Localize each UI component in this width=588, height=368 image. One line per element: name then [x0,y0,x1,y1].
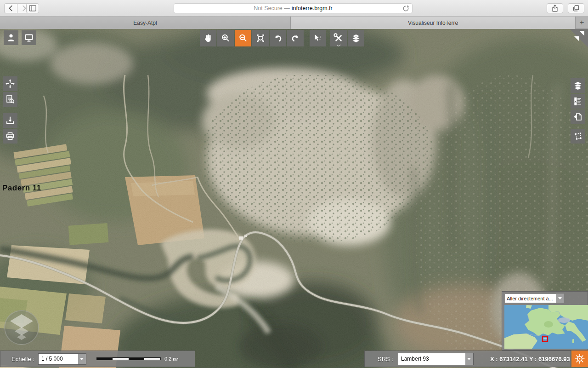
tools-button[interactable] [330,30,347,46]
map-viewport: Padern 11 i [0,29,588,368]
layers-icon [351,33,361,43]
add-data-button[interactable] [571,109,585,124]
sidebar-icon [28,4,37,12]
select-polygon-button[interactable] [571,129,585,144]
display-button[interactable] [22,30,36,45]
hand-icon [203,33,213,43]
browser-toolbar: Not Secure — infoterre.brgm.fr [0,0,588,17]
tab-visualiseur-infoterre[interactable]: Visualiseur InfoTerre [291,17,576,29]
legend-button[interactable] [571,94,585,109]
scale-select[interactable]: 1 / 5 000 [38,353,86,365]
layers-icon [573,80,583,91]
address-host: infoterre.brgm.fr [292,5,333,12]
pan-tool-button[interactable] [200,30,216,46]
zoom-out-button[interactable] [235,30,251,46]
feature-info-button[interactable]: i [310,30,326,46]
chevron-down-icon [337,45,341,46]
geoportail-watermark [4,310,39,345]
tab-bar: Easy-Atpl Visualiseur InfoTerre + [0,17,588,29]
undo-button[interactable] [270,30,286,46]
move-button[interactable] [3,76,17,91]
zoom-in-icon [220,33,231,43]
collapse-toolbars-button[interactable] [570,29,588,47]
scale-distance-label: 0.2 км [164,356,179,362]
scale-label: Echelle : [11,356,34,362]
printer-icon [5,131,15,141]
new-tab-button[interactable]: + [576,17,588,29]
reload-button[interactable] [401,5,410,14]
layered-globe-icon [8,313,35,342]
tab-label: Visualiseur InfoTerre [408,20,458,26]
compass-button[interactable] [571,351,588,367]
chevron-down-icon[interactable] [464,353,473,365]
back-icon [7,4,15,12]
sidebar-button[interactable] [26,3,39,13]
add-document-icon [573,112,583,122]
zoom-in-button[interactable] [217,30,234,46]
zoom-extent-icon [255,33,266,43]
map-canvas[interactable] [0,29,588,368]
zoom-extent-button[interactable] [252,30,269,46]
user-button[interactable] [4,30,18,45]
tabs-overview-button[interactable] [568,3,584,13]
reload-icon [401,5,410,13]
back-button[interactable] [4,3,17,13]
helm-compass-icon [574,353,585,364]
tab-label: Easy-Atpl [133,20,157,26]
browser-window: Not Secure — infoterre.brgm.fr Easy-Atpl… [0,0,588,368]
info-cursor-icon: i [313,33,323,43]
user-icon [6,33,16,43]
scale-bar [96,357,161,360]
download-button[interactable] [3,113,17,128]
svg-text:i: i [319,34,321,41]
cursor-coordinates: X : 673142.41 Y : 6196676.93 [490,356,570,362]
goto-select[interactable]: Aller directement à... [504,293,564,303]
share-icon [551,4,559,12]
chevron-down-icon[interactable] [77,354,86,364]
download-icon [5,115,15,126]
scale-status-bar: Echelle : 1 / 5 000 0.2 км [0,351,195,367]
overview-map-panel: Aller directement à... [502,291,588,351]
legend-list-icon [573,96,583,106]
monitor-icon [24,33,34,43]
map-place-label: Padern 11 [2,184,41,193]
layers-top-button[interactable] [348,30,364,46]
plus-icon: + [580,18,584,27]
zoom-out-icon [238,33,248,43]
tools-icon [334,33,344,43]
srs-status-bar: SRS : Lambert 93 X : 673142.41 Y : 61966… [364,351,571,367]
print-button[interactable] [3,129,17,144]
undo-icon [273,33,283,43]
srs-label: SRS : [378,356,393,362]
chevron-down-icon[interactable] [555,294,564,303]
address-bar[interactable]: Not Secure — infoterre.brgm.fr [174,3,413,13]
document-search-icon [5,94,15,104]
search-document-button[interactable] [3,92,17,107]
share-button[interactable] [547,3,563,13]
goto-select-value: Aller directement à... [505,296,555,301]
tabs-overview-icon [572,4,580,12]
scale-select-value: 1 / 5 000 [39,356,77,362]
overview-map[interactable] [504,305,588,349]
srs-select-value: Lambert 93 [398,356,464,362]
tab-easy-atpl[interactable]: Easy-Atpl [0,17,291,29]
layers-button[interactable] [571,78,585,93]
address-security-label: Not Secure — [254,5,290,12]
redo-icon [290,33,300,43]
polygon-select-icon [573,131,583,141]
redo-button[interactable] [287,30,304,46]
srs-select[interactable]: Lambert 93 [398,353,474,365]
move-arrows-icon [5,79,15,89]
